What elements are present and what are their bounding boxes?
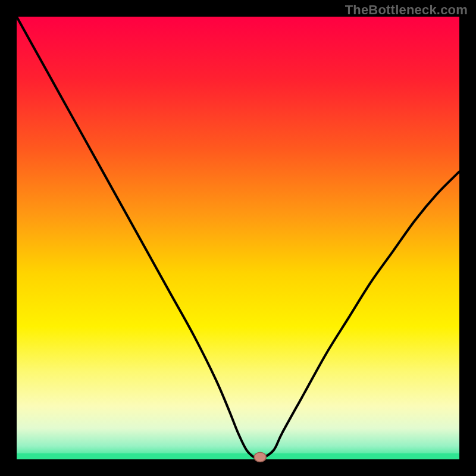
watermark-text: TheBottleneck.com (345, 2, 468, 18)
optimal-point-marker (254, 452, 266, 462)
bottom-green-band (17, 453, 459, 459)
chart-container: TheBottleneck.com (0, 0, 476, 476)
bottleneck-chart (0, 0, 476, 476)
gradient-background (17, 17, 459, 459)
